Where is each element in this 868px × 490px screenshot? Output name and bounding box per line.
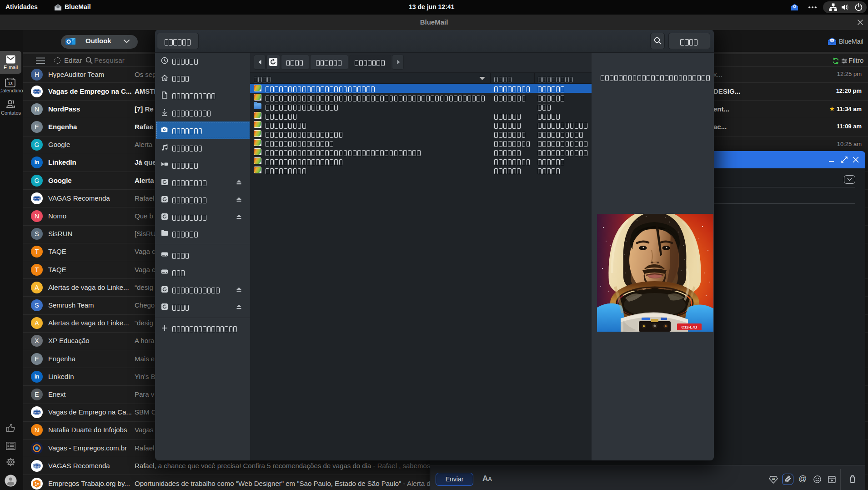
svg-text:VAGAS: VAGAS — [34, 91, 40, 93]
svg-text:VAGAS: VAGAS — [34, 411, 40, 414]
svg-text:VAGAS: VAGAS — [34, 197, 40, 200]
svg-text:AI: AI — [772, 477, 775, 480]
svg-text:VAGAS: VAGAS — [34, 465, 40, 467]
svg-text:C12-L7B: C12-L7B — [682, 325, 697, 329]
